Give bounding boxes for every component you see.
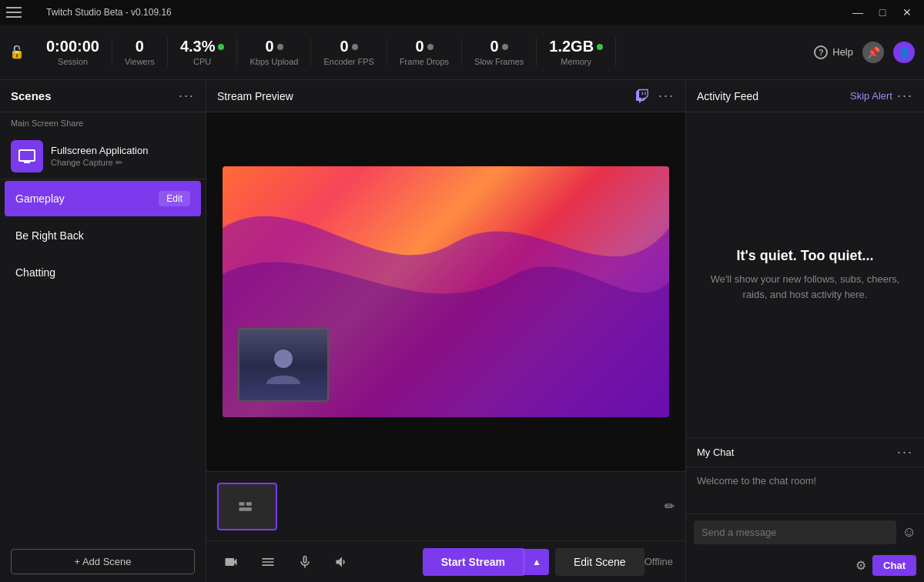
add-scene-button[interactable]: + Add Scene: [11, 549, 195, 574]
stream-preview: [223, 166, 669, 417]
center-panel: Stream Preview ···: [206, 80, 685, 582]
help-button[interactable]: ? Help: [814, 45, 853, 59]
frame-drops-label: Frame Drops: [400, 57, 449, 66]
activity-header: Activity Feed Skip Alert ···: [686, 80, 924, 112]
window-controls: — □ ✕: [847, 5, 918, 20]
slow-frames-label: Slow Frames: [474, 57, 524, 66]
chat-menu-button[interactable]: ···: [897, 444, 913, 460]
preview-logo-icon: [632, 86, 652, 106]
stats-bar: 🔓 0:00:00 Session 0 Viewers 4.3% CPU 0 K…: [0, 25, 924, 80]
svg-rect-2: [246, 502, 252, 506]
help-icon: ?: [814, 45, 828, 59]
encoder-fps-value: 0: [340, 38, 358, 55]
right-panel: Activity Feed Skip Alert ··· It's quiet.…: [685, 80, 924, 582]
stat-memory: 1.2GB Memory: [537, 38, 616, 66]
upload-value: 0: [265, 38, 283, 55]
pin-icon[interactable]: 📌: [862, 42, 884, 63]
activity-feed: It's quiet. Too quiet... We'll show your…: [686, 112, 924, 437]
preview-bottom: ✏: [206, 471, 685, 540]
scene-name-gameplay: Gameplay: [15, 192, 159, 205]
chat-settings-button[interactable]: ⚙: [855, 558, 866, 573]
viewers-label: Viewers: [125, 57, 155, 66]
stat-encoder-fps: 0 Encoder FPS: [311, 38, 387, 66]
stat-cpu: 4.3% CPU: [168, 38, 238, 66]
svg-rect-1: [239, 502, 245, 506]
app-title: Twitch Studio Beta - v0.109.16: [46, 7, 841, 18]
svg-point-0: [274, 350, 293, 368]
webcam-overlay: [238, 328, 329, 402]
chat-messages: Welcome to the chat room!: [686, 467, 924, 513]
toolbar-center: Start Stream ▲ Edit Scene: [423, 548, 644, 576]
webcam-person: [239, 329, 327, 400]
capture-info: Fullscreen Application Change Capture ✏: [51, 145, 195, 168]
preview-menu-button[interactable]: ···: [658, 88, 675, 104]
stat-frame-drops: 0 Frame Drops: [387, 38, 462, 66]
chat-actions: ⚙ Chat: [686, 550, 924, 582]
emoji-button[interactable]: ☺: [902, 524, 916, 540]
quiet-title: It's quiet. Too quiet...: [737, 248, 874, 264]
scenes-menu-button[interactable]: ···: [179, 88, 195, 104]
sidebar: Scenes ··· Main Screen Share Fullscreen …: [0, 80, 206, 582]
start-stream-button[interactable]: Start Stream: [423, 548, 524, 576]
scene-item-gameplay[interactable]: Gameplay Edit: [5, 181, 201, 216]
scene-thumbnail[interactable]: [217, 483, 277, 530]
menu-icon[interactable]: [6, 0, 31, 25]
preview-header: Stream Preview ···: [206, 80, 685, 112]
gameplay-edit-button[interactable]: Edit: [159, 191, 190, 206]
frame-drops-dot: [427, 44, 434, 50]
capture-change[interactable]: Change Capture ✏: [51, 158, 195, 168]
memory-dot: [597, 44, 603, 50]
upload-status-dot: [277, 44, 283, 50]
camera-toggle-button[interactable]: [219, 550, 243, 574]
main-screen-label: Main Screen Share: [0, 112, 206, 134]
stream-dropdown-button[interactable]: ▲: [524, 549, 549, 575]
skip-alert-button[interactable]: Skip Alert: [850, 90, 892, 102]
maximize-button[interactable]: □: [872, 5, 893, 20]
scenes-title: Scenes: [11, 89, 52, 102]
close-button[interactable]: ✕: [896, 5, 918, 20]
minimize-button[interactable]: —: [847, 5, 869, 20]
volume-toggle-button[interactable]: [330, 550, 354, 574]
stat-slow-frames: 0 Slow Frames: [462, 38, 537, 66]
help-label: Help: [832, 46, 853, 58]
svg-rect-3: [239, 507, 252, 511]
offline-status: Offline: [644, 556, 673, 567]
scene-name-brb: Be Right Back: [15, 229, 190, 242]
edit-pencil-button[interactable]: ✏: [665, 499, 675, 513]
lock-icon: 🔓: [9, 45, 25, 59]
preview-area: [206, 112, 685, 471]
chat-input[interactable]: [694, 520, 896, 544]
activity-title: Activity Feed: [697, 90, 850, 102]
memory-label: Memory: [561, 57, 591, 66]
cpu-status-dot: [218, 44, 224, 50]
main-layout: Scenes ··· Main Screen Share Fullscreen …: [0, 80, 924, 582]
toolbar-left: [219, 550, 423, 574]
encoder-fps-dot: [352, 44, 358, 50]
slow-frames-dot: [502, 44, 508, 50]
settings-toggle-button[interactable]: [256, 550, 280, 574]
scene-name-chatting: Chatting: [15, 266, 190, 279]
stat-session: 0:00:00 Session: [34, 38, 112, 66]
chat-input-area: ☺: [686, 513, 924, 550]
preview-title: Stream Preview: [217, 90, 632, 102]
scene-item-chatting[interactable]: Chatting: [5, 255, 201, 290]
frame-drops-value: 0: [415, 38, 433, 55]
encoder-fps-label: Encoder FPS: [323, 57, 373, 66]
stat-upload: 0 Kbps Upload: [237, 38, 311, 66]
edit-scene-button[interactable]: Edit Scene: [555, 548, 644, 576]
toolbar-right: Offline: [644, 556, 673, 567]
chat-header: My Chat ···: [686, 438, 924, 467]
mic-toggle-button[interactable]: [293, 550, 317, 574]
session-value: 0:00:00: [46, 38, 99, 55]
avatar[interactable]: 👤: [893, 42, 915, 63]
capture-name: Fullscreen Application: [51, 145, 195, 156]
capture-item: Fullscreen Application Change Capture ✏: [0, 134, 206, 179]
chat-panel: My Chat ··· Welcome to the chat room! ☺ …: [686, 437, 924, 582]
cpu-label: CPU: [193, 57, 211, 66]
chat-send-button[interactable]: Chat: [872, 555, 916, 576]
scene-item-brb[interactable]: Be Right Back: [5, 218, 201, 253]
activity-menu-button[interactable]: ···: [897, 88, 913, 104]
viewers-value: 0: [136, 38, 144, 55]
scenes-header: Scenes ···: [0, 80, 206, 112]
stat-viewers: 0 Viewers: [112, 38, 168, 66]
